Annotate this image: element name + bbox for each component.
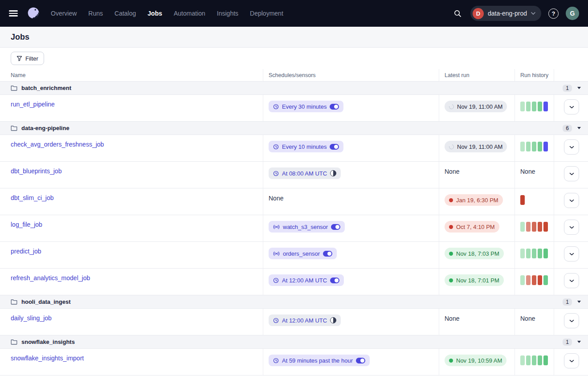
toggle-on-icon[interactable] bbox=[323, 251, 332, 257]
group-collapse-caret-icon[interactable] bbox=[577, 341, 581, 343]
run-history-bar[interactable] bbox=[543, 222, 548, 232]
nav-item-runs[interactable]: Runs bbox=[88, 10, 103, 17]
job-group-row[interactable]: snowflake_insights1 bbox=[0, 335, 588, 349]
menu-icon[interactable] bbox=[9, 10, 18, 16]
nav-item-overview[interactable]: Overview bbox=[51, 10, 77, 17]
latest-run-pill[interactable]: Nov 18, 7:03 PM bbox=[445, 248, 504, 259]
toggle-on-icon[interactable] bbox=[330, 104, 339, 110]
sensor-pill[interactable]: orders_sensor bbox=[269, 248, 337, 259]
job-group-row[interactable]: data-eng-pipeline6 bbox=[0, 122, 588, 135]
run-history-bars[interactable] bbox=[520, 274, 549, 285]
schedule-pill[interactable]: At 12:00 AM UTC bbox=[269, 274, 344, 286]
run-history-bar[interactable] bbox=[543, 275, 548, 285]
schedule-pill[interactable]: At 08:00 AM UTC bbox=[269, 167, 341, 179]
toggle-on-icon[interactable] bbox=[356, 358, 365, 363]
latest-run-pill[interactable]: Nov 19, 11:00 AM bbox=[445, 101, 507, 112]
toggle-off-icon[interactable] bbox=[330, 170, 336, 176]
expand-row-button[interactable] bbox=[564, 193, 579, 208]
sensor-pill[interactable]: watch_s3_sensor bbox=[269, 221, 345, 233]
run-history-bar[interactable] bbox=[532, 222, 536, 232]
expand-row-button[interactable] bbox=[564, 273, 579, 288]
run-history-bar[interactable] bbox=[538, 102, 542, 111]
latest-run-pill[interactable]: Nov 18, 7:01 PM bbox=[445, 274, 504, 286]
group-collapse-caret-icon[interactable] bbox=[577, 301, 581, 303]
run-history-bar[interactable] bbox=[543, 102, 548, 111]
expand-row-button[interactable] bbox=[564, 246, 579, 261]
run-history-bar[interactable] bbox=[520, 195, 525, 205]
run-history-bar[interactable] bbox=[520, 249, 525, 258]
user-avatar[interactable]: G bbox=[566, 7, 579, 20]
nav-item-insights[interactable]: Insights bbox=[217, 10, 238, 17]
run-history-bar[interactable] bbox=[538, 222, 542, 232]
run-history-bar[interactable] bbox=[520, 142, 525, 151]
job-group-row[interactable]: batch_enrichment1 bbox=[0, 82, 588, 95]
run-history-bar[interactable] bbox=[520, 275, 525, 285]
run-history-bar[interactable] bbox=[526, 102, 531, 111]
toggle-on-icon[interactable] bbox=[330, 144, 339, 150]
run-history-bar[interactable] bbox=[520, 222, 525, 232]
expand-row-button[interactable] bbox=[564, 353, 579, 368]
job-link[interactable]: predict_job bbox=[11, 248, 41, 255]
run-history-bars[interactable] bbox=[520, 141, 549, 151]
nav-item-jobs[interactable]: Jobs bbox=[147, 10, 162, 17]
run-history-bar[interactable] bbox=[520, 102, 525, 111]
run-history-bar[interactable] bbox=[526, 142, 531, 151]
job-link[interactable]: daily_sling_job bbox=[11, 314, 52, 322]
run-history-bar[interactable] bbox=[538, 142, 542, 151]
run-history-bar[interactable] bbox=[526, 249, 531, 258]
expand-row-button[interactable] bbox=[564, 139, 579, 155]
toggle-off-icon[interactable] bbox=[330, 317, 336, 323]
expand-row-button[interactable] bbox=[564, 99, 579, 114]
job-link[interactable]: run_etl_pipeline bbox=[11, 101, 55, 108]
job-link[interactable]: log_file_job bbox=[11, 221, 42, 228]
expand-row-button[interactable] bbox=[564, 313, 579, 328]
run-history-bar[interactable] bbox=[543, 355, 548, 365]
help-icon[interactable]: ? bbox=[548, 8, 559, 19]
latest-run-pill[interactable]: Nov 19, 10:59 AM bbox=[445, 355, 506, 366]
run-history-bar[interactable] bbox=[526, 355, 531, 365]
expand-row-button[interactable] bbox=[564, 166, 579, 181]
schedule-pill[interactable]: At 12:00 AM UTC bbox=[269, 314, 341, 326]
run-history-bar[interactable] bbox=[543, 142, 548, 151]
job-link[interactable]: check_avg_orders_freshness_job bbox=[11, 141, 104, 148]
run-history-bar[interactable] bbox=[526, 275, 531, 285]
latest-run-pill[interactable]: Nov 19, 11:00 AM bbox=[445, 141, 507, 152]
group-collapse-caret-icon[interactable] bbox=[577, 127, 581, 129]
run-history-bars[interactable] bbox=[520, 194, 549, 205]
job-group-row[interactable]: hooli_data_ingest1 bbox=[0, 295, 588, 309]
run-history-bar[interactable] bbox=[543, 249, 548, 258]
run-history-bar[interactable] bbox=[532, 142, 536, 151]
job-link[interactable]: snowflake_insights_import bbox=[11, 355, 84, 362]
toggle-on-icon[interactable] bbox=[331, 224, 340, 230]
run-history-bars[interactable] bbox=[520, 101, 549, 111]
run-history-bar[interactable] bbox=[526, 222, 531, 232]
deployment-switcher[interactable]: D data-eng-prod bbox=[470, 6, 541, 21]
run-history-bar[interactable] bbox=[538, 275, 542, 285]
search-icon[interactable] bbox=[452, 8, 463, 19]
dagster-logo-icon[interactable] bbox=[25, 5, 42, 22]
schedule-pill[interactable]: Every 10 minutes bbox=[269, 141, 343, 152]
job-link[interactable]: dbt_slim_ci_job bbox=[11, 194, 54, 201]
latest-run-pill[interactable]: Jan 19, 6:30 PM bbox=[445, 194, 503, 206]
latest-run-pill[interactable]: Oct 7, 4:10 PM bbox=[445, 221, 499, 233]
run-history-bar[interactable] bbox=[520, 355, 525, 365]
run-history-bars[interactable] bbox=[520, 221, 549, 232]
run-history-bar[interactable] bbox=[532, 275, 536, 285]
job-link[interactable]: refresh_analytics_model_job bbox=[11, 274, 90, 282]
run-history-bar[interactable] bbox=[538, 249, 542, 258]
job-link[interactable]: dbt_blueprints_job bbox=[11, 167, 61, 175]
expand-row-button[interactable] bbox=[564, 220, 579, 235]
schedule-pill[interactable]: Every 30 minutes bbox=[269, 101, 343, 112]
toggle-on-icon[interactable] bbox=[330, 278, 339, 283]
nav-item-catalog[interactable]: Catalog bbox=[114, 10, 136, 17]
run-history-bar[interactable] bbox=[532, 355, 536, 365]
run-history-bars[interactable] bbox=[520, 248, 549, 258]
run-history-bar[interactable] bbox=[532, 102, 536, 111]
nav-item-automation[interactable]: Automation bbox=[174, 10, 205, 17]
schedule-pill[interactable]: At 59 minutes past the hour bbox=[269, 355, 370, 366]
nav-item-deployment[interactable]: Deployment bbox=[250, 10, 283, 17]
run-history-bar[interactable] bbox=[532, 249, 536, 258]
run-history-bars[interactable] bbox=[520, 355, 549, 365]
group-collapse-caret-icon[interactable] bbox=[577, 87, 581, 89]
run-history-bar[interactable] bbox=[538, 355, 542, 365]
